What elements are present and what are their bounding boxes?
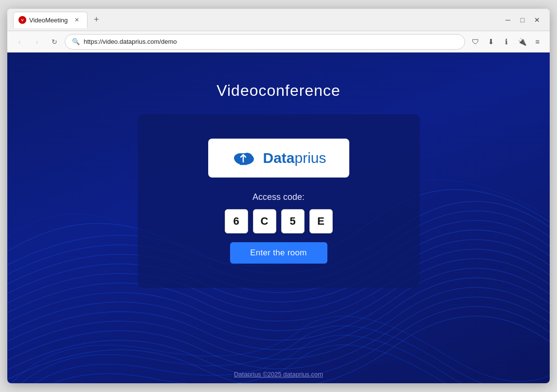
back-button[interactable]: ‹ [12,35,27,49]
code-digit-1[interactable]: 6 [225,209,248,233]
login-card: Dataprius Access code: 6 C 5 E Enter the… [138,114,420,288]
tab-bar: V VideoMeeting ✕ + [13,12,497,28]
footer: Dataprius ©2025 dataprius.com [7,370,550,378]
active-tab[interactable]: V VideoMeeting ✕ [13,12,88,28]
toolbar-icons: 🛡 ⬇ ℹ 🔌 ≡ [468,35,545,49]
tab-title: VideoMeeting [29,17,68,24]
menu-icon-button[interactable]: ≡ [530,35,545,49]
pocket-icon-button[interactable]: 🛡 [468,35,483,49]
new-tab-button[interactable]: + [90,13,103,27]
info-icon-button[interactable]: ℹ [499,35,514,49]
logo-text-wrapper: Dataprius [263,150,326,166]
logo-box: Dataprius [208,139,349,178]
reload-button[interactable]: ↻ [47,35,62,49]
browser-toolbar: ‹ › ↻ 🔍 🛡 ⬇ ℹ 🔌 ≡ [7,31,550,53]
browser-titlebar: V VideoMeeting ✕ + ─ □ ✕ [7,9,550,31]
footer-link[interactable]: Dataprius ©2025 dataprius.com [234,371,323,378]
window-controls: ─ □ ✕ [501,13,544,27]
address-bar-wrapper: 🔍 [65,34,465,50]
browser-window: V VideoMeeting ✕ + ─ □ ✕ ‹ › ↻ 🔍 🛡 ⬇ ℹ 🔌… [7,9,550,383]
maximize-button[interactable]: □ [516,13,529,27]
code-digit-4[interactable]: E [309,209,333,233]
code-digit-2[interactable]: C [253,209,276,233]
close-button[interactable]: ✕ [530,13,544,27]
download-icon-button[interactable]: ⬇ [484,35,498,49]
search-icon: 🔍 [72,38,80,45]
logo-cloud-icon [231,148,256,168]
access-code-label: Access code: [252,192,305,202]
minimize-button[interactable]: ─ [501,13,515,27]
code-digit-3[interactable]: 5 [281,209,305,233]
address-bar[interactable] [84,38,458,45]
logo-bold: Data [263,150,294,166]
enter-room-button[interactable]: Enter the room [230,242,327,264]
page-content: .wave-line { fill: none; stroke: rgba(30… [7,53,550,383]
extensions-icon-button[interactable]: 🔌 [515,35,529,49]
code-boxes: 6 C 5 E [225,209,333,233]
page-title: Videoconference [216,82,341,100]
forward-button[interactable]: › [30,35,44,49]
logo-light: prius [295,150,326,166]
tab-close-button[interactable]: ✕ [72,16,81,24]
tab-favicon: V [18,16,26,24]
